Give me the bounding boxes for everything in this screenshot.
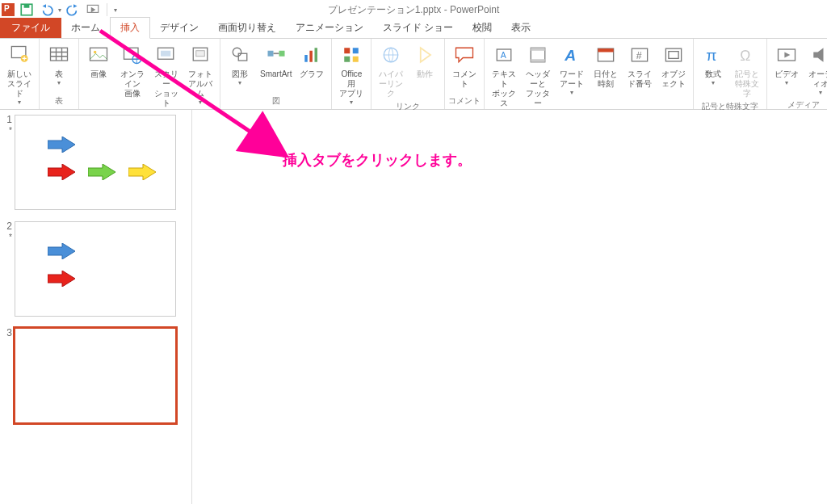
thumbnail-number: 3	[3, 328, 15, 423]
svg-rect-30	[531, 59, 546, 62]
photo-album-label: フォト アルバム	[187, 69, 214, 99]
office-apps-label: Office 用 アプリ	[338, 69, 365, 99]
textbox-icon: A	[491, 42, 517, 68]
textbox-button[interactable]: A テキスト ボックス	[488, 40, 520, 118]
thumbnail-slide[interactable]	[15, 221, 176, 317]
thumbnail-slide[interactable]	[15, 115, 176, 210]
video-button[interactable]: ビデオ	[770, 40, 803, 89]
svg-rect-1	[24, 4, 30, 8]
svg-rect-19	[310, 51, 313, 62]
table-button[interactable]: 表	[43, 40, 75, 89]
start-slideshow-button[interactable]	[86, 2, 100, 17]
chart-icon	[299, 42, 325, 68]
ribbon: 新しい スライド スライド 表 表 画像 オンライン 画像 スクリー	[0, 39, 827, 110]
tab-transition[interactable]: 画面切り替え	[208, 18, 286, 38]
wordart-button[interactable]: A ワードアート	[556, 40, 588, 99]
hyperlink-button[interactable]: ハイパーリンク	[375, 40, 407, 100]
svg-rect-13	[196, 51, 205, 57]
svg-rect-8	[124, 48, 139, 59]
shapes-button[interactable]: 図形	[224, 40, 256, 89]
audio-icon	[808, 42, 827, 68]
thumbnail-slide[interactable]	[15, 328, 176, 423]
picture-icon	[86, 42, 111, 68]
group-media: ビデオ オーディオ メディア	[767, 39, 827, 109]
save-button[interactable]	[19, 2, 34, 17]
undo-button[interactable]	[39, 2, 53, 17]
textbox-label: テキスト ボックス	[490, 69, 518, 108]
symbol-icon: Ω	[734, 42, 760, 68]
chart-button[interactable]: グラフ	[296, 40, 328, 81]
slide-thumbnails-panel[interactable]: 1*2*3	[0, 110, 192, 504]
slide-number-button[interactable]: # スライド番号	[623, 40, 656, 90]
redo-button[interactable]	[66, 2, 81, 17]
svg-rect-15	[238, 53, 247, 61]
svg-rect-17	[279, 51, 284, 57]
tab-slideshow[interactable]: スライド ショー	[373, 18, 463, 38]
group-text: A テキスト ボックス ヘッダーと フッター A ワードアート 日付と 時刻 #…	[485, 39, 694, 109]
comment-button[interactable]: コメント	[448, 40, 481, 90]
svg-text:π: π	[707, 47, 717, 64]
group-label: コメント	[448, 94, 481, 109]
qat-customize-icon[interactable]: ▾	[114, 6, 117, 14]
picture-label: 画像	[90, 69, 107, 79]
arrow-shape	[48, 136, 75, 153]
thumbnail-item[interactable]: 2*	[3, 221, 185, 317]
hyperlink-label: ハイパーリンク	[377, 69, 405, 99]
group-links: ハイパーリンク 動作 リンク	[372, 39, 445, 109]
tab-animation[interactable]: アニメーション	[286, 18, 373, 38]
equation-label: 数式	[705, 69, 721, 79]
photo-album-button[interactable]: フォト アルバム	[184, 40, 216, 108]
header-footer-button[interactable]: ヘッダーと フッター	[522, 40, 554, 110]
office-apps-button[interactable]: Office 用 アプリ	[335, 40, 367, 108]
comment-icon	[451, 42, 477, 68]
audio-button[interactable]: オーディオ	[804, 40, 827, 99]
group-comments: コメント コメント	[445, 39, 485, 109]
smartart-icon	[263, 42, 289, 68]
hyperlink-icon	[378, 42, 404, 68]
photo-album-icon	[187, 42, 213, 68]
smartart-button[interactable]: SmartArt	[258, 40, 294, 81]
tab-design[interactable]: デザイン	[150, 18, 208, 38]
action-button[interactable]: 動作	[409, 40, 441, 81]
svg-rect-5	[51, 48, 68, 61]
tab-insert[interactable]: 挿入	[110, 17, 150, 39]
wordart-label: ワードアート	[558, 69, 586, 89]
ribbon-tabs: ファイル ホーム 挿入 デザイン 画面切り替え アニメーション スライド ショー…	[0, 19, 827, 39]
screenshot-label: スクリー ショット	[153, 69, 180, 108]
symbol-label: 記号と 特殊文字	[733, 69, 761, 99]
svg-point-7	[94, 51, 97, 54]
shapes-icon	[227, 42, 253, 68]
tab-home[interactable]: ホーム	[61, 18, 110, 38]
svg-rect-22	[353, 48, 359, 53]
tab-review[interactable]: 校閲	[463, 18, 502, 38]
datetime-button[interactable]: 日付と 時刻	[590, 40, 622, 90]
screenshot-icon	[153, 42, 179, 68]
wordart-icon: A	[559, 42, 585, 68]
new-slide-button[interactable]: 新しい スライド	[3, 40, 36, 108]
picture-button[interactable]: 画像	[82, 40, 115, 81]
new-slide-label: 新しい スライド	[6, 69, 33, 99]
chart-label: グラフ	[300, 69, 324, 79]
thumbnail-number: 1*	[3, 115, 15, 210]
tab-file[interactable]: ファイル	[0, 18, 61, 38]
svg-rect-18	[305, 55, 309, 62]
online-pictures-icon	[120, 42, 145, 68]
symbol-button[interactable]: Ω 記号と 特殊文字	[731, 40, 763, 100]
svg-rect-24	[353, 57, 359, 62]
equation-button[interactable]: π 数式	[697, 40, 729, 89]
object-button[interactable]: オブジェクト	[657, 40, 690, 90]
object-label: オブジェクト	[660, 69, 687, 89]
svg-rect-16	[267, 51, 273, 57]
action-icon	[412, 42, 438, 68]
table-label: 表	[55, 69, 63, 79]
thumbnail-item[interactable]: 3	[3, 328, 185, 423]
svg-text:Ω: Ω	[741, 48, 751, 64]
new-slide-icon	[6, 42, 32, 68]
svg-rect-37	[669, 52, 678, 59]
group-symbols: π 数式 Ω 記号と 特殊文字 記号と特殊文字	[694, 39, 767, 109]
screenshot-button[interactable]: スクリー ショット	[150, 40, 183, 118]
online-pictures-button[interactable]: オンライン 画像	[116, 40, 149, 100]
smartart-label: SmartArt	[260, 69, 292, 79]
thumbnail-item[interactable]: 1*	[3, 115, 185, 210]
tab-view[interactable]: 表示	[502, 18, 540, 38]
